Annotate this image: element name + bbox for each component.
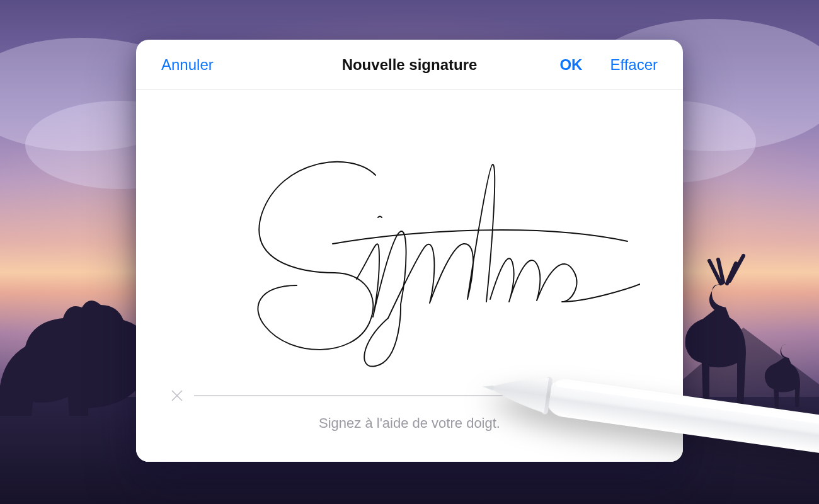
ok-button[interactable]: OK <box>559 56 582 74</box>
cancel-button[interactable]: Annuler <box>161 56 214 74</box>
new-signature-dialog: Annuler Nouvelle signature OK Effacer <box>136 40 683 462</box>
dialog-header: Annuler Nouvelle signature OK Effacer <box>136 40 683 90</box>
signature-hint: Signez à l'aide de votre doigt. <box>136 415 683 432</box>
baseline-row <box>169 387 650 404</box>
clear-button[interactable]: Effacer <box>610 56 658 74</box>
fawn-silhouette <box>750 340 806 410</box>
signature-canvas[interactable]: Signez à l'aide de votre doigt. <box>136 90 683 462</box>
clear-signature-icon[interactable] <box>169 387 185 404</box>
drawn-signature <box>186 115 640 367</box>
signature-baseline <box>194 395 650 396</box>
